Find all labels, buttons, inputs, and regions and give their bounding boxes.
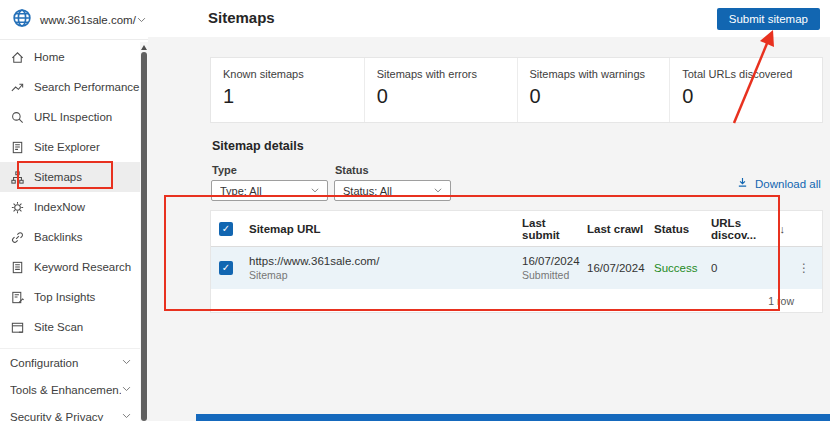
page-title: Sitemaps xyxy=(208,9,275,26)
sidebar-item-site-explorer[interactable]: Site Explorer xyxy=(0,132,140,162)
download-all-label: Download all xyxy=(755,178,821,190)
sitemap-url[interactable]: https://www.361sale.com/ xyxy=(249,255,516,267)
cell-last-submit: 16/07/2024 Submitted xyxy=(522,255,587,281)
sidebar-item-label: Search Performance xyxy=(34,81,139,93)
header-urls-label: URLs discov... xyxy=(711,217,773,241)
status-filter-dropdown[interactable]: Status: All xyxy=(334,180,451,201)
top-bar: Sitemaps Submit sitemap xyxy=(148,0,830,37)
link-icon xyxy=(10,230,25,245)
sidebar-item-label: Site Scan xyxy=(34,321,83,333)
submit-sitemap-button[interactable]: Submit sitemap xyxy=(717,8,820,30)
sidebar-item-label: URL Inspection xyxy=(34,111,112,123)
sidebar-item-url-inspection[interactable]: URL Inspection xyxy=(0,102,140,132)
sidebar-section-configuration[interactable]: Configuration xyxy=(0,349,140,376)
row-checkbox[interactable]: ✓ xyxy=(219,261,233,275)
sitemaps-table: ✓ Sitemap URL Last submit Last crawl Sta… xyxy=(210,210,823,313)
summary-sitemaps-errors: Sitemaps with errors 0 xyxy=(364,58,517,122)
cell-sitemap-url: https://www.361sale.com/ Sitemap xyxy=(249,255,522,281)
summary-known-sitemaps: Known sitemaps 1 xyxy=(211,58,364,122)
cell-urls-discovered: 0 xyxy=(711,262,791,274)
row-menu-button[interactable]: ⋮ xyxy=(798,261,822,275)
summary-label: Total URLs discovered xyxy=(682,68,810,80)
sidebar-item-label: Top Insights xyxy=(34,291,95,303)
section-label: Security & Privacy xyxy=(10,411,121,421)
sidebar-item-home[interactable]: Home xyxy=(0,42,140,72)
header-status[interactable]: Status xyxy=(654,223,711,235)
content-area: Known sitemaps 1 Sitemaps with errors 0 … xyxy=(148,37,830,421)
site-domain: www.361sale.com/ xyxy=(40,14,136,26)
last-submit-date: 16/07/2024 xyxy=(522,255,581,267)
site-selector[interactable]: www.361sale.com/ xyxy=(0,0,148,40)
sidebar-item-label: Site Explorer xyxy=(34,141,100,153)
type-filter-dropdown[interactable]: Type: All xyxy=(211,180,328,201)
type-filter-label: Type xyxy=(212,164,237,176)
table-footer: 1 row xyxy=(211,289,822,312)
select-all-checkbox[interactable]: ✓ xyxy=(219,222,233,236)
sidebar-section-tools-enhancements[interactable]: Tools & Enhancemen... xyxy=(0,376,140,403)
table-row[interactable]: ✓ https://www.361sale.com/ Sitemap 16/07… xyxy=(211,247,822,289)
chevron-down-icon xyxy=(310,185,320,197)
sidebar-item-search-performance[interactable]: Search Performance xyxy=(0,72,140,102)
section-label: Configuration xyxy=(10,357,121,369)
status-filter-label: Status xyxy=(335,164,369,176)
sidebar-item-sitemaps[interactable]: Sitemaps xyxy=(0,162,140,192)
summary-card: Known sitemaps 1 Sitemaps with errors 0 … xyxy=(210,57,823,123)
header-last-crawl[interactable]: Last crawl xyxy=(587,223,654,235)
sidebar-item-backlinks[interactable]: Backlinks xyxy=(0,222,140,252)
trend-up-icon xyxy=(10,80,25,95)
chevron-down-icon xyxy=(121,356,132,369)
sitemap-details-heading: Sitemap details xyxy=(212,139,304,153)
header-sitemap-url[interactable]: Sitemap URL xyxy=(249,223,522,235)
chevron-down-icon xyxy=(433,185,443,197)
gear-icon xyxy=(10,200,25,215)
bottom-blue-bar xyxy=(196,414,830,421)
sidebar-item-label: Home xyxy=(34,51,65,63)
summary-value: 0 xyxy=(682,85,810,108)
summary-value: 0 xyxy=(530,85,658,108)
sidebar-item-label: Keyword Research xyxy=(34,261,131,273)
summary-label: Sitemaps with warnings xyxy=(530,68,658,80)
chevron-down-icon xyxy=(136,11,147,29)
row-count: 1 row xyxy=(768,295,794,307)
magnifier-icon xyxy=(10,110,25,125)
sitemap-icon xyxy=(10,170,25,185)
sidebar-item-site-scan[interactable]: Site Scan xyxy=(0,312,140,342)
sitemap-type: Sitemap xyxy=(249,269,516,281)
bing-webmaster-sitemaps-page: www.361sale.com/ Home Search Performance… xyxy=(0,0,830,421)
sidebar: www.361sale.com/ Home Search Performance… xyxy=(0,0,148,421)
sidebar-item-label: Sitemaps xyxy=(34,171,82,183)
header-last-submit[interactable]: Last submit xyxy=(522,217,587,241)
summary-value: 0 xyxy=(377,85,505,108)
sidebar-item-top-insights[interactable]: Top Insights xyxy=(0,282,140,312)
sidebar-item-keyword-research[interactable]: Keyword Research xyxy=(0,252,140,282)
home-icon xyxy=(10,50,25,65)
sidebar-item-label: Backlinks xyxy=(34,231,83,243)
chevron-down-icon xyxy=(121,383,132,396)
sidebar-item-label: IndexNow xyxy=(34,201,85,213)
summary-value: 1 xyxy=(223,85,352,108)
sort-descending-icon[interactable]: ↓ xyxy=(780,223,786,235)
summary-sitemaps-warnings: Sitemaps with warnings 0 xyxy=(517,58,670,122)
scroll-up-icon[interactable] xyxy=(141,44,147,50)
section-label: Tools & Enhancemen... xyxy=(10,384,121,396)
download-icon xyxy=(736,176,749,191)
summary-label: Sitemaps with errors xyxy=(377,68,505,80)
header-urls-discovered[interactable]: URLs discov... ↓ xyxy=(711,217,791,241)
summary-label: Known sitemaps xyxy=(223,68,352,80)
table-header-row: ✓ Sitemap URL Last submit Last crawl Sta… xyxy=(211,211,822,247)
sidebar-scrollbar[interactable] xyxy=(140,42,148,421)
ellipsis-vertical-icon: ⋮ xyxy=(798,261,810,275)
document-pencil-icon xyxy=(10,290,25,305)
status-badge: Success xyxy=(654,262,711,274)
sidebar-nav: Home Search Performance URL Inspection S… xyxy=(0,42,140,421)
status-filter-value: Status: All xyxy=(343,185,433,197)
scrollbar-thumb[interactable] xyxy=(141,52,147,421)
download-all-link[interactable]: Download all xyxy=(736,176,821,191)
sidebar-sections: Configuration Tools & Enhancemen... Secu… xyxy=(0,348,140,421)
chevron-down-icon xyxy=(121,410,132,421)
browser-window-icon xyxy=(10,320,25,335)
sidebar-item-indexnow[interactable]: IndexNow xyxy=(0,192,140,222)
main-area: Sitemaps Submit sitemap Known sitemaps 1… xyxy=(148,0,830,421)
globe-icon xyxy=(12,8,32,32)
sidebar-section-security-privacy[interactable]: Security & Privacy xyxy=(0,403,140,421)
